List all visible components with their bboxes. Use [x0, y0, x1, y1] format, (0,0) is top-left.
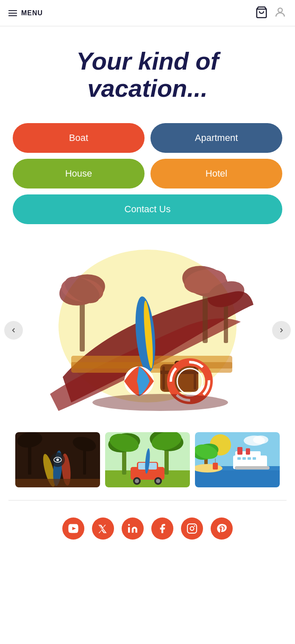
contact-button[interactable]: Contact Us	[13, 194, 282, 224]
menu-label: MENU	[21, 9, 43, 17]
house-button[interactable]: House	[13, 159, 145, 188]
hero-section: Your kind of vacation...	[0, 26, 295, 115]
cart-icon	[255, 6, 268, 19]
hero-title-line2: vacation...	[87, 74, 208, 102]
hero-title: Your kind of vacation...	[13, 48, 282, 102]
svg-point-36	[56, 458, 59, 461]
twitter-icon	[97, 523, 109, 534]
chevron-right-icon	[278, 326, 285, 334]
instagram-button[interactable]	[181, 517, 203, 540]
user-icon	[274, 6, 287, 19]
svg-rect-73	[213, 463, 218, 470]
thumbnail-1-overlay[interactable]	[15, 432, 100, 487]
hero-title-line1: Your kind of	[76, 47, 219, 75]
header: MENU	[0, 0, 295, 26]
carousel-svg	[37, 241, 258, 419]
svg-point-77	[190, 526, 194, 530]
thumbnail-2-image	[105, 432, 190, 487]
svg-point-78	[194, 525, 195, 526]
svg-point-52	[156, 479, 160, 483]
svg-rect-65	[237, 457, 241, 460]
youtube-icon	[68, 523, 79, 534]
svg-point-25	[92, 394, 228, 411]
instagram-icon	[186, 523, 198, 534]
svg-rect-66	[242, 457, 246, 460]
facebook-button[interactable]	[151, 517, 173, 540]
svg-rect-19	[162, 366, 165, 390]
thumbnail-3-image	[195, 432, 280, 487]
menu-button[interactable]: MENU	[8, 9, 43, 17]
user-button[interactable]	[274, 6, 287, 20]
thumbnail-2[interactable]	[105, 432, 190, 487]
carousel-section	[0, 233, 295, 428]
svg-point-75	[128, 524, 130, 526]
facebook-icon	[157, 523, 168, 534]
button-row-2: House Hotel	[13, 159, 282, 188]
svg-rect-62	[237, 447, 242, 455]
header-icons	[255, 6, 287, 20]
svg-point-50	[135, 479, 139, 483]
apartment-button[interactable]: Apartment	[150, 123, 282, 153]
button-row-1: Boat Apartment	[13, 123, 282, 153]
cart-button[interactable]	[255, 6, 268, 20]
carousel-next-button[interactable]	[272, 321, 291, 340]
carousel-image	[4, 241, 291, 419]
thumbnail-3[interactable]	[195, 432, 280, 487]
boat-button[interactable]: Boat	[13, 123, 145, 153]
thumbnail-row	[0, 428, 295, 496]
linkedin-button[interactable]	[122, 517, 144, 540]
pinterest-button[interactable]	[211, 517, 233, 540]
carousel-prev-button[interactable]	[4, 321, 23, 340]
vacation-buttons: Boat Apartment House Hotel Contact Us	[0, 115, 295, 233]
youtube-button[interactable]	[62, 517, 84, 540]
social-section	[0, 505, 295, 561]
twitter-button[interactable]	[92, 517, 114, 540]
svg-rect-63	[246, 448, 250, 455]
eye-icon	[53, 457, 62, 463]
svg-rect-68	[253, 457, 256, 460]
pinterest-icon	[216, 523, 227, 534]
svg-point-57	[253, 436, 268, 444]
svg-point-1	[278, 8, 282, 12]
hamburger-icon	[8, 10, 17, 16]
footer-divider	[8, 500, 287, 501]
svg-rect-48	[148, 463, 157, 470]
thumbnail-1[interactable]	[15, 432, 100, 487]
linkedin-icon	[127, 523, 138, 534]
eye-icon-circle	[50, 453, 65, 467]
svg-rect-76	[187, 524, 197, 533]
chevron-left-icon	[10, 326, 17, 334]
svg-rect-64	[235, 466, 270, 470]
svg-rect-67	[248, 457, 251, 460]
hotel-button[interactable]: Hotel	[150, 159, 282, 188]
